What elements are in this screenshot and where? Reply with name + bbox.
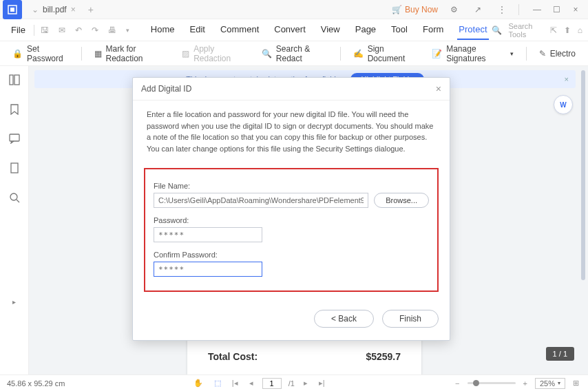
left-sidebar: ▸ xyxy=(0,66,29,374)
close-window-button[interactable]: × xyxy=(566,5,585,14)
back-button[interactable]: < Back xyxy=(314,310,374,328)
undo-icon[interactable]: ↶ xyxy=(72,23,85,37)
next-page-icon[interactable]: ▸ xyxy=(302,377,310,389)
menu-view[interactable]: View xyxy=(319,20,342,40)
document-tab[interactable]: ⌄ bill.pdf × xyxy=(25,0,83,19)
bookmark-icon[interactable] xyxy=(7,101,22,120)
svg-rect-3 xyxy=(14,75,19,85)
password-input[interactable] xyxy=(154,227,262,242)
buy-now-link[interactable]: 🛒 Buy Now xyxy=(392,5,438,14)
sign-icon: ✍ xyxy=(353,49,364,59)
title-bar: ⌄ bill.pdf × + 🛒 Buy Now ⚙ ↗ ⋮ — ☐ × xyxy=(0,0,588,19)
filename-input[interactable] xyxy=(154,193,368,208)
last-page-icon[interactable]: ▸| xyxy=(317,377,327,389)
dialog-close-icon[interactable]: × xyxy=(436,83,441,94)
mark-redaction-button[interactable]: ▦Mark for Redaction xyxy=(87,41,171,66)
file-menu[interactable]: File xyxy=(6,22,31,38)
word-export-badge[interactable]: W xyxy=(554,95,573,114)
fit-view-icon[interactable]: ⊞ xyxy=(571,377,581,389)
filename-label: File Name: xyxy=(154,182,429,190)
search-panel-icon[interactable] xyxy=(6,189,23,208)
dialog-title: Add Digital ID xyxy=(141,84,191,94)
svg-rect-4 xyxy=(10,134,19,141)
tab-close-icon[interactable]: × xyxy=(71,5,76,14)
maximize-button[interactable]: ☐ xyxy=(547,5,566,14)
zoom-value-dropdown[interactable]: 25%▾ xyxy=(535,378,565,389)
zoom-out-icon[interactable]: − xyxy=(453,378,461,389)
dialog-form-highlight: File Name: Browse... Password: Confirm P… xyxy=(144,168,439,292)
select-tool-icon[interactable]: ⬚ xyxy=(212,377,223,389)
thumbnails-icon[interactable] xyxy=(6,72,23,90)
menu-edit[interactable]: Edit xyxy=(188,20,206,40)
page-number-input[interactable] xyxy=(262,378,282,389)
page-dimensions: 45.86 x 95.29 cm xyxy=(7,379,65,388)
new-tab-button[interactable]: + xyxy=(83,4,99,15)
redo-icon[interactable]: ↷ xyxy=(88,23,102,37)
cart-icon: 🛒 xyxy=(392,5,402,14)
mail-icon[interactable]: ✉ xyxy=(55,23,69,37)
first-page-icon[interactable]: |◂ xyxy=(230,377,240,389)
manage-signatures-button[interactable]: 📝Manage Signatures▾ xyxy=(425,41,521,66)
minimize-button[interactable]: — xyxy=(527,5,547,14)
scrollbar-thumb[interactable] xyxy=(581,70,585,280)
hand-tool-icon[interactable]: ✋ xyxy=(191,377,205,389)
comment-panel-icon[interactable] xyxy=(6,131,23,149)
separator xyxy=(34,25,34,36)
confirm-password-input[interactable] xyxy=(154,262,262,277)
search-redact-button[interactable]: 🔍Search & Redact xyxy=(255,41,335,66)
document-canvas[interactable]: This document contains interactive form … xyxy=(29,66,588,374)
banner-close-icon[interactable]: × xyxy=(565,75,569,83)
menu-protect[interactable]: Protect xyxy=(457,20,488,40)
total-value: $5259.7 xyxy=(366,351,401,362)
dialog-description: Enter a file location and password for y… xyxy=(133,101,450,161)
password-label: Password: xyxy=(154,216,429,224)
workspace: ▸ This document contains interactive for… xyxy=(0,66,588,374)
share-titlebar-icon[interactable]: ↗ xyxy=(470,2,485,17)
lock-icon: 🔒 xyxy=(12,49,23,59)
zoom-slider-thumb[interactable] xyxy=(473,380,479,386)
set-password-button[interactable]: 🔒Set Password xyxy=(6,41,76,66)
zoom-slider[interactable] xyxy=(468,382,516,384)
search-icon[interactable]: 🔍 xyxy=(492,25,502,35)
chevron-down-icon[interactable]: ▾ xyxy=(123,25,133,36)
electronic-signature-button[interactable]: ✎Electro xyxy=(532,46,582,61)
prev-page-icon[interactable]: ◂ xyxy=(247,377,255,389)
zoom-in-icon[interactable]: + xyxy=(521,378,529,389)
menu-tool[interactable]: Tool xyxy=(390,20,409,40)
svg-rect-2 xyxy=(10,75,13,85)
vertical-scrollbar[interactable] xyxy=(580,70,587,370)
signatures-icon: 📝 xyxy=(432,49,442,59)
expand-sidebar-icon[interactable]: ▸ xyxy=(12,298,16,306)
menu-page[interactable]: Page xyxy=(354,20,377,40)
menu-comment[interactable]: Comment xyxy=(219,20,260,40)
redact-apply-icon: ▨ xyxy=(182,49,189,59)
cloud-sync-icon[interactable]: ⬆ xyxy=(564,25,571,35)
page-indicator-badge: 1 / 1 xyxy=(546,347,574,361)
confirm-password-label: Confirm Password: xyxy=(154,251,429,259)
menu-home[interactable]: Home xyxy=(149,20,176,40)
svg-rect-1 xyxy=(10,8,14,12)
search-tools-input[interactable]: Search Tools xyxy=(509,22,535,39)
tab-title: bill.pdf xyxy=(43,5,67,14)
sign-document-button[interactable]: ✍Sign Document xyxy=(346,41,421,66)
save-icon[interactable]: 🖫 xyxy=(37,23,52,37)
protect-toolbar: 🔒Set Password ▦Mark for Redaction ▨Apply… xyxy=(0,41,588,66)
browse-button[interactable]: Browse... xyxy=(374,193,429,208)
attachment-icon[interactable] xyxy=(7,160,22,178)
menu-convert[interactable]: Convert xyxy=(273,20,307,40)
menu-form[interactable]: Form xyxy=(421,20,445,40)
page-total: /1 xyxy=(288,379,295,388)
more-icon[interactable]: ⋮ xyxy=(494,2,510,17)
finish-button[interactable]: Finish xyxy=(382,310,439,328)
redact-mark-icon: ▦ xyxy=(94,49,102,59)
share-icon[interactable]: ⇱ xyxy=(550,25,557,35)
menu-items: Home Edit Comment Convert View Page Tool… xyxy=(149,20,489,40)
chevron-down-icon: ▾ xyxy=(558,380,560,386)
print-icon[interactable]: 🖶 xyxy=(105,23,120,37)
tab-dirty-icon: ⌄ xyxy=(32,5,39,14)
apply-redaction-button: ▨Apply Redaction xyxy=(175,41,251,66)
home-icon[interactable]: ⌂ xyxy=(578,25,582,35)
svg-rect-5 xyxy=(11,163,18,173)
cloud-icon[interactable]: ⚙ xyxy=(446,2,462,17)
chevron-down-icon: ▾ xyxy=(510,50,514,57)
